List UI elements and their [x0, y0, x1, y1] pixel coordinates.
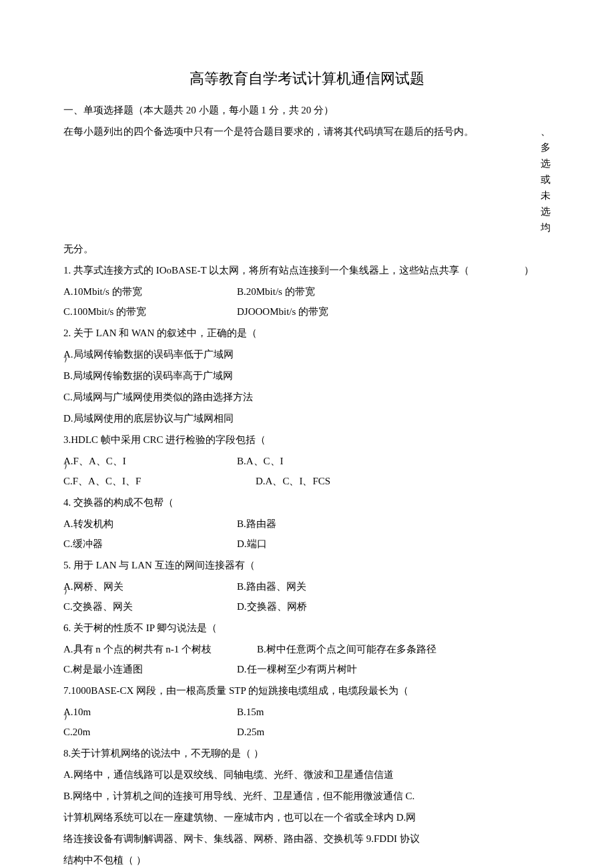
q1-option-d: DJOOOMbit/s 的带宽: [237, 304, 551, 320]
q5-option-a: A.网桥、网关: [63, 581, 123, 592]
instructions-text: 在每小题列出的四个备选项中只有一个是符合题目要求的，请将其代码填写在题后的括号内…: [63, 123, 541, 236]
q1-stem: 1. 共享式连接方式的 IOoBASE-T 以太网，将所有站点连接到一个集线器上…: [63, 262, 524, 278]
q5-option-c: C.交换器、网关: [63, 598, 237, 614]
q1-option-c: C.100Mbit/s 的带宽: [63, 304, 237, 320]
q6-option-b: B.树中任意两个点之间可能存在多条路径: [257, 641, 551, 657]
q3-option-c: C.F、A、C、I、F: [63, 473, 237, 489]
q2-stem: 2. 关于 LAN 和 WAN 的叙述中，正确的是（: [63, 325, 551, 341]
page-title: 高等教育自学考试计算机通信网试题: [63, 67, 551, 90]
q3-option-a: A.F、A、C、I: [63, 456, 126, 466]
q2-option-b: B.局域网传输数据的误码率高于广域网: [63, 368, 551, 384]
q6-option-c: C.树是最小连通图: [63, 661, 237, 677]
q4-stem: 4. 交换器的构成不包帮（: [63, 494, 551, 510]
section-header: 一、单项选择题（本大题共 20 小题，每小题 1 分，共 20 分）: [63, 102, 551, 118]
q7-paren: ）: [63, 709, 72, 723]
q5-stem: 5. 用于 LAN 与 LAN 互连的网间连接器有（: [63, 557, 551, 573]
q4-option-c: C.缓冲器: [63, 536, 237, 552]
q4-option-a: A.转发机构: [63, 516, 237, 532]
q1-option-b: B.20Mbit/s 的带宽: [237, 284, 551, 300]
q6-stem: 6. 关于树的性质不 IP 卿匀说法是（: [63, 620, 551, 636]
q4-option-b: B.路由器: [237, 516, 551, 532]
q7-option-d: D.25m: [237, 724, 551, 740]
q3-option-b: B.A、C、I: [237, 453, 551, 469]
q2-option-d: D.局域网使用的底层协议与广域网相同: [63, 410, 551, 426]
q2-paren: ）: [63, 352, 72, 366]
q2-option-a: A.局域网传输数据的误码率低于广域网: [63, 349, 234, 360]
q6-option-d: D.任一棵树至少有两片树叶: [237, 661, 551, 677]
q3-paren: ）: [63, 458, 72, 472]
q4-option-d: D.端口: [237, 536, 551, 552]
q5-paren: ）: [63, 584, 72, 598]
q3-stem: 3.HDLC 帧中采用 CRC 进行检验的字段包括（: [63, 432, 551, 448]
q3-option-d: D.A、C、I、FCS: [237, 473, 551, 489]
instructions-right: 、多选或未选均: [541, 123, 551, 236]
q1-paren: ）: [524, 262, 551, 278]
q7-stem: 7.1000BASE-CX 网段，由一根高质量 STP 的短跳接电缆组成，电缆段…: [63, 683, 551, 699]
q8-line2: A.网络中，通信线路可以是双绞线、同轴电缆、光纤、微波和卫星通信信道: [63, 767, 551, 783]
q8-line3: B.网络中，计算机之间的连接可用导线、光纤、卫星通信，但不能用微波通信 C.: [63, 788, 551, 804]
q8-line1: 8.关于计算机网络的说法中，不无聊的是（ ）: [63, 745, 551, 761]
q5-option-b: B.路由器、网关: [237, 578, 551, 594]
q7-option-b: B.15m: [237, 704, 551, 720]
q5-option-d: D.交换器、网桥: [237, 598, 551, 614]
q1-option-a: A.10Mbit/s 的带宽: [63, 284, 237, 300]
q7-option-c: C.20m: [63, 724, 237, 740]
q2-option-c: C.局域网与广域网使用类似的路由选择方法: [63, 389, 551, 405]
instructions-cont: 无分。: [63, 241, 551, 257]
q6-option-a: A.具有 n 个点的树共有 n-1 个树枝: [63, 641, 257, 657]
q8-line4: 计算机网络系统可以在一座建筑物、一座城市内，也可以在一个省或全球内 D.网: [63, 809, 551, 825]
q8-line5: 络连接设备有调制解调器、网卡、集线器、网桥、路由器、交换机等 9.FDDI 协议: [63, 831, 551, 847]
q9-stem: 结构中不包植（ ）: [63, 852, 551, 868]
